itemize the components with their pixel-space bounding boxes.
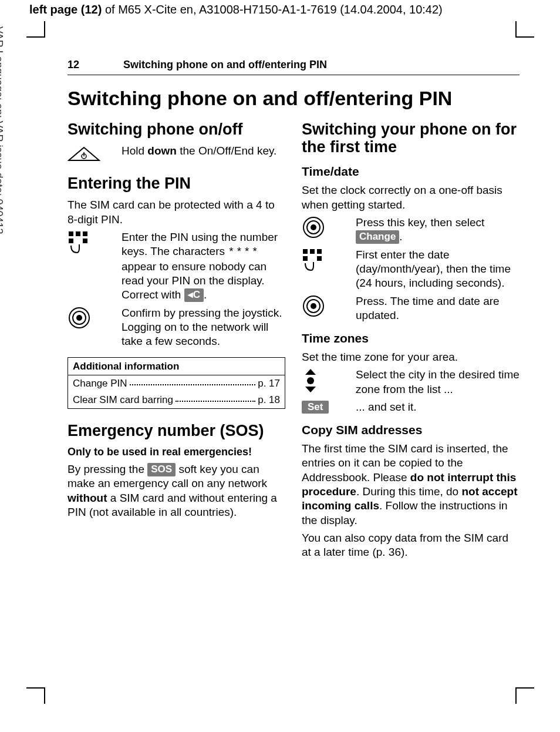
pin-enter-text: Enter the PIN using the number keys. The…	[122, 230, 285, 303]
svg-rect-2	[69, 231, 73, 236]
running-head: 12 Switching phone on and off/entering P…	[68, 59, 519, 75]
page-title: Switching phone on and off/entering PIN	[68, 87, 519, 110]
crop-mark	[44, 21, 45, 38]
additional-info-box: Additional information Change PIN p. 17 …	[68, 357, 285, 409]
timedate-step2: First enter the date (day/month/year), t…	[356, 248, 519, 291]
running-title: Switching phone on and off/entering PIN	[123, 59, 327, 70]
svg-rect-6	[83, 239, 87, 243]
crop-mark	[26, 687, 44, 689]
joystick-press-icon	[68, 306, 114, 330]
page-number: 12	[68, 59, 120, 71]
svg-rect-5	[69, 239, 73, 243]
joystick-press-icon	[302, 294, 349, 318]
keypad-icon	[302, 248, 349, 273]
svg-point-9	[76, 315, 82, 321]
left-column: Switching phone on/off Hold down the On/…	[68, 120, 285, 563]
heading-timedate: Time/date	[302, 164, 519, 180]
crop-header-left: left page (12)	[29, 3, 102, 16]
heading-first-time: Switching your phone on for the first ti…	[302, 120, 519, 156]
timedate-step3: Press. The time and date are updated.	[356, 294, 519, 323]
svg-rect-13	[303, 249, 308, 254]
copy-sim-p1: The first time the SIM card is insert­ed…	[302, 442, 519, 528]
dot-leader	[176, 394, 255, 402]
timezones-intro: Set the time zone for your area.	[302, 350, 519, 364]
crop-mark	[26, 36, 44, 38]
sos-subhead: Only to be used in real emergencies!	[68, 445, 285, 459]
svg-point-20	[311, 303, 316, 309]
sos-softkey-icon: SOS	[147, 463, 176, 476]
keypad-icon	[68, 230, 114, 255]
heading-timezones: Time zones	[302, 331, 519, 347]
timedate-step1: Press this key, then select Change.	[356, 216, 519, 244]
joystick-press-icon	[302, 216, 349, 239]
right-column: Switching your phone on for the first ti…	[302, 120, 519, 563]
crop-mark	[515, 687, 517, 704]
svg-rect-15	[317, 249, 322, 254]
timezones-step2: ... and set it.	[356, 400, 519, 414]
page-content: 12 Switching phone on and off/entering P…	[68, 59, 519, 563]
copy-sim-p2: You can also copy data from the SIM card…	[302, 531, 519, 560]
sos-body: By pressing the SOS soft key you can mak…	[68, 462, 285, 519]
power-key-icon	[68, 144, 114, 164]
pin-confirm-text: Confirm by pressing the joystick. Loggin…	[122, 306, 285, 349]
svg-point-22	[307, 377, 314, 384]
crop-mark	[517, 687, 534, 689]
set-softkey-icon: Set	[302, 400, 349, 414]
heading-sos: Emergency number (SOS)	[68, 422, 285, 439]
left-margin-note: VAR Language: en; VAR issue date: 040413	[0, 26, 5, 250]
heading-entering-pin: Entering the PIN	[68, 174, 285, 192]
svg-rect-16	[303, 256, 308, 261]
power-key-text: Hold down the On/Off/End key.	[122, 144, 285, 158]
additional-info-header: Additional information	[68, 358, 285, 376]
svg-marker-21	[305, 369, 316, 375]
crop-mark	[517, 36, 534, 38]
timedate-intro: Set the clock correctly on a one-off bas…	[302, 183, 519, 212]
svg-rect-14	[310, 249, 315, 254]
clear-key-icon: ◂C	[184, 288, 204, 302]
crop-header: left page (12) of M65 X-Cite en, A31008-…	[29, 3, 443, 16]
crop-mark	[515, 21, 517, 38]
heading-switching-onoff: Switching phone on/off	[68, 120, 285, 138]
crop-header-rest: of M65 X-Cite en, A31008-H7150-A1-1-7619…	[102, 3, 442, 16]
timezones-step1: Select the city in the desired time zone…	[356, 368, 519, 397]
crop-mark	[44, 687, 45, 704]
svg-marker-23	[305, 387, 316, 392]
right-margin-note: Siemens AG 2003, I:\Mobil\R65\M65_X-cite…	[545, 714, 558, 732]
pin-intro: The SIM card can be protected with a 4 t…	[68, 198, 285, 227]
svg-rect-3	[76, 231, 80, 236]
heading-copy-sim: Copy SIM addresses	[302, 422, 519, 438]
change-softkey-icon: Change	[356, 230, 399, 244]
additional-info-row: Change PIN p. 17	[68, 375, 285, 392]
dot-leader	[130, 377, 256, 385]
svg-point-12	[311, 224, 316, 230]
svg-rect-4	[83, 231, 87, 236]
joystick-updown-icon	[302, 368, 349, 394]
additional-info-row: Clear SIM card barring p. 18	[68, 392, 285, 408]
svg-rect-17	[317, 256, 322, 261]
